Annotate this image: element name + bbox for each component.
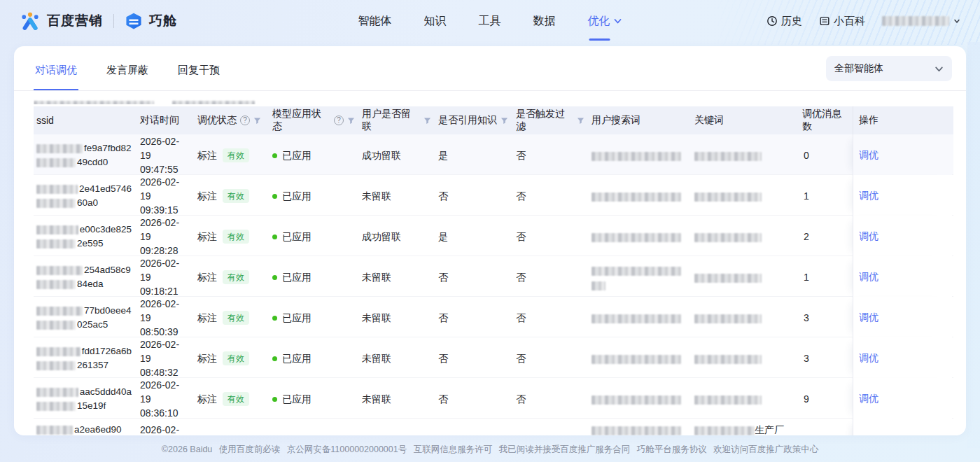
search-blur-extra [592,281,606,290]
keyword-cell [694,270,799,284]
valid-badge: 有效 [223,270,249,284]
nav-item-data[interactable]: 数据 [533,14,556,29]
ssid-cell: 254ad58c9 84eda [34,263,140,291]
status-dot-green [272,356,277,361]
clipped-scrolled-row [34,97,952,104]
keyword-cell [694,351,799,365]
valid-badge: 有效 [223,392,249,406]
keyword-redacted [694,314,762,323]
action-cell: 调优 [853,256,952,298]
tune-link[interactable]: 调优 [859,149,878,162]
column-header-time: 对话时间 [140,114,197,127]
qiaocang-logo-icon [125,12,143,30]
filter-icon[interactable] [577,117,584,125]
user-account-menu[interactable] [882,16,960,26]
column-header-knowledge: 是否引用知识 [438,114,516,127]
search-term-cell [592,392,694,406]
model-status-cell: 已应用 [272,351,362,365]
time-cell: 2026-02-1909:47:55 [140,134,197,176]
tune-link[interactable]: 调优 [859,352,878,365]
chevron-down-icon [934,64,944,74]
time-cell: 2026-02-1908:36:10 [140,378,197,420]
retained-cell: 未留联 [362,189,438,203]
encyclopedia-button[interactable]: 小百科 [819,15,865,28]
retained-cell: 未留联 [362,392,438,406]
message-count-cell: 2 [799,230,853,244]
valid-badge: 有效 [223,311,249,325]
keyword-redacted [694,233,762,242]
keyword-redacted [694,152,762,161]
valid-badge: 有效 [223,189,249,203]
tab-dialog-tuning[interactable]: 对话调优 [34,64,78,90]
tab-reply-intervention[interactable]: 回复干预 [176,64,221,90]
ssid-redacted [36,361,76,370]
action-cell: 调优 [853,134,952,176]
filter-icon[interactable] [500,117,508,125]
ssid-redacted [36,158,76,167]
nav-item-knowledge[interactable]: 知识 [424,14,447,29]
main-nav: 智能体 知识 工具 数据 优化 [358,14,622,29]
table-row: aac5ddd40a 15e19f 2026-02-1908:36:10 标注 … [34,378,953,419]
search-term-cell [592,148,694,162]
tune-link[interactable]: 调优 [859,230,878,243]
search-term-cell [592,419,694,435]
filtered-cell: 否 [516,392,592,406]
search-term-redacted [592,314,681,323]
tune-link[interactable]: 调优 [859,393,878,405]
footer-link[interactable]: 京公网安备11000002000001号 [287,444,407,454]
footer-link[interactable]: 我已阅读并接受百度推广服务合同 [499,444,631,454]
tune-status-cell: 标注 有效 [197,311,272,325]
nav-item-tools[interactable]: 工具 [479,14,501,29]
status-dot-green [272,397,277,402]
tune-link[interactable]: 调优 [859,190,878,202]
filtered-cell: 否 [516,351,592,365]
search-term-redacted [592,152,681,161]
clock-icon [766,15,778,27]
search-term-redacted [592,233,681,242]
filter-icon[interactable] [253,117,261,125]
keyword-cell: 生产厂 [694,419,799,435]
ssid-redacted [36,321,76,330]
column-header-tune-status: 调优状态 ? [197,114,272,127]
ssid-redacted [36,402,76,411]
agent-filter-select[interactable]: 全部智能体 [826,56,952,81]
knowledge-cell: 否 [438,351,516,365]
search-term-redacted [592,355,681,364]
help-icon[interactable]: ? [240,115,250,125]
nav-item-agents[interactable]: 智能体 [358,14,392,29]
action-cell: 调优 [853,337,952,379]
content-card: 对话调优 发言屏蔽 回复干预 全部智能体 ssid 对话时间 调优状态 ? [14,46,966,435]
username-redacted [882,16,949,26]
retained-cell: 未留联 [362,270,438,284]
ssid-redacted [36,307,83,316]
action-cell: 调优 [853,216,952,258]
table-row: 254ad58c9 84eda 2026-02-1909:18:21 标注 有效… [34,256,953,297]
ssid-redacted [36,225,78,234]
retained-cell: 未留联 [362,351,438,365]
ssid-cell: aac5ddd40a 15e19f [34,385,140,413]
footer-link[interactable]: 巧舱平台服务协议 [637,444,707,454]
footer-link[interactable]: 互联网信息服务许可 [414,444,493,454]
tab-speech-blocking[interactable]: 发言屏蔽 [105,64,150,90]
tune-status-cell: 标注 有效 [197,351,272,365]
keyword-cell [694,311,799,325]
knowledge-cell: 是 [438,230,516,244]
chevron-down-icon [614,17,622,25]
nav-item-optimize[interactable]: 优化 [588,14,622,29]
tune-status-cell: 标注 有效 [197,230,272,244]
footer-link[interactable]: 欢迎访问百度推广政策中心 [713,444,818,454]
history-button[interactable]: 历史 [766,15,802,28]
time-cell: 2026-02-1909:39:15 [140,175,197,217]
footer-link[interactable]: 使用百度前必读 [219,444,281,454]
filter-icon[interactable] [347,117,355,125]
table-body: fe9a7fbd82 49cdd0 2026-02-1909:47:55 标注 … [34,134,953,419]
tune-link[interactable]: 调优 [859,271,878,284]
ssid-cell: 2e41ed5746 60a0 [34,182,140,210]
tune-link[interactable]: 调优 [859,312,878,324]
keyword-cell [694,148,799,162]
help-icon[interactable]: ? [334,115,344,125]
message-count-cell: 1 [799,270,853,284]
status-dot-green [272,316,277,321]
active-nav-underline [589,38,610,41]
filter-icon[interactable] [424,117,431,125]
